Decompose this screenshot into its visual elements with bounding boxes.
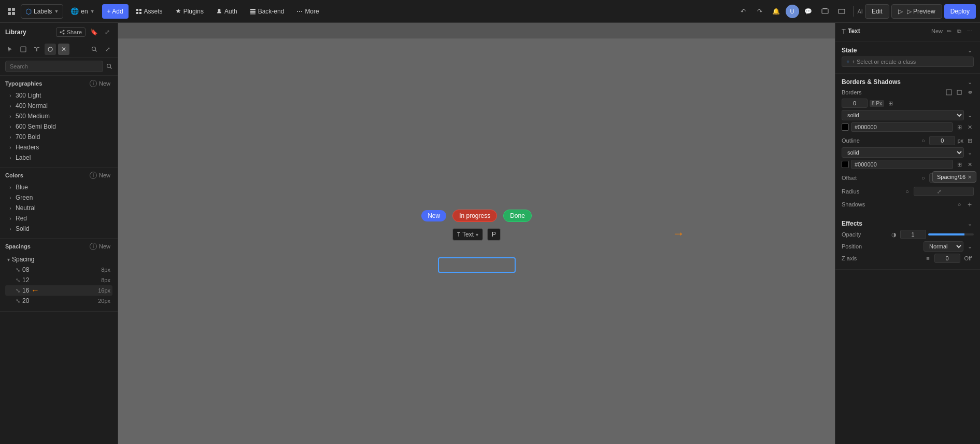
list-item[interactable]: › 300 Light [5,90,112,101]
opacity-slider[interactable] [928,233,974,235]
tool-type[interactable] [31,44,42,55]
expand-icon[interactable]: ⤢ [102,27,112,37]
position-select[interactable]: Normal Relative Absolute Fixed [924,241,963,252]
add-button[interactable]: + Add [102,4,129,19]
more-btn[interactable]: More [291,4,324,19]
project-dropdown[interactable]: ⬡ Labels ▼ [21,4,63,19]
tooltip-close-btn[interactable]: ✕ [968,174,972,180]
outline-color-swatch[interactable] [842,161,849,168]
devices-icon[interactable] [834,4,849,19]
list-item[interactable]: › Blue [5,182,112,192]
colors-new-btn[interactable]: New [97,172,112,179]
state-expand-icon[interactable]: ⌄ [965,46,974,54]
border-toggle-icon[interactable] [945,88,953,96]
edit-btn[interactable]: Edit [865,4,889,19]
outline-color-input[interactable]: #000000 [851,160,953,169]
share2-icon[interactable] [818,4,832,19]
canvas-area[interactable]: New In progress Done T Text ▾ P → [118,23,835,444]
list-item[interactable]: › 600 Semi Bold [5,121,112,132]
p-button[interactable]: P [487,228,501,241]
spacing-group-toggle[interactable]: ▾ Spacing [5,254,112,265]
effects-expand-icon[interactable]: ⌄ [965,219,974,228]
bell-icon[interactable]: 🔔 [769,4,784,19]
outline-link-icon[interactable]: ⊞ [965,136,974,145]
outline-color-del-icon[interactable]: ✕ [965,160,974,169]
colors-info-icon[interactable]: i [90,172,97,179]
list-item[interactable]: › Neutral [5,203,112,213]
tool-active[interactable] [45,44,56,55]
share-button[interactable]: Share [56,27,86,37]
list-item[interactable]: › Label [5,152,112,163]
list-item[interactable]: ⤡ 08 8px [5,265,112,275]
zaxis-icon[interactable]: ≡ [924,254,932,262]
bookmark-icon[interactable]: 🔖 [89,27,99,37]
borders-expand-icon[interactable]: ⌄ [965,78,974,86]
radius-toggle-icon[interactable]: ○ [903,187,912,196]
border-value-input[interactable]: 0 [842,99,868,108]
typo-info-icon[interactable]: i [90,80,97,87]
assets-btn[interactable]: Assets [131,4,168,19]
radius-expand-icon[interactable]: ⤢ [935,187,943,196]
outline-value-input[interactable]: 0 [929,136,955,145]
outline-toggle-icon[interactable]: ○ [919,136,927,145]
list-item[interactable]: › Headers [5,142,112,152]
list-item[interactable]: › Red [5,213,112,224]
border-link-icon[interactable] [965,88,974,96]
avatar[interactable]: U [786,5,799,18]
border-style-select[interactable]: solid dashed dotted [842,110,964,120]
zaxis-input[interactable]: 0 [934,254,960,263]
search-icon[interactable] [89,44,100,55]
blue-input-box[interactable] [438,257,516,273]
list-item[interactable]: ⤡ 20 20px [5,296,112,306]
border-square-icon[interactable] [955,88,963,96]
border-color-swatch[interactable] [842,123,849,131]
backend-btn[interactable]: Back-end [245,4,290,19]
status-new-badge[interactable]: New [421,210,446,221]
search-input[interactable] [5,61,103,72]
opacity-icon[interactable]: ◑ [890,230,898,239]
list-item[interactable]: › Solid [5,224,112,234]
text-button[interactable]: T Text ▾ [452,228,483,241]
shadows-toggle-icon[interactable]: ○ [955,200,963,209]
status-progress-badge[interactable]: In progress [452,210,497,222]
list-item[interactable]: › 400 Normal [5,101,112,111]
status-done-badge[interactable]: Done [503,210,532,222]
plugins-btn[interactable]: Plugins [170,4,209,19]
auth-btn[interactable]: Auth [211,4,243,19]
list-item[interactable]: › Green [5,192,112,203]
grid-icon[interactable] [4,4,19,19]
preview-btn[interactable]: ▷ ▷ Preview [891,4,942,19]
spacings-new-btn[interactable]: New [97,243,112,250]
more-vert-icon[interactable]: ⋯ [965,27,974,35]
deploy-btn[interactable]: Deploy [944,4,976,19]
copy-icon[interactable]: ⧉ [955,27,963,35]
lang-btn[interactable]: 🌐 en ▼ [65,4,100,19]
border-color-input[interactable]: #000000 [851,122,953,132]
pencil-icon[interactable]: ✏ [945,27,953,35]
border-color-del-icon[interactable]: ✕ [965,123,974,131]
outline-color-copy-icon[interactable]: ⊞ [955,160,963,169]
list-item[interactable]: › 500 Medium [5,111,112,121]
list-item[interactable]: ⤡ 16 ← 16px [5,285,112,296]
shadows-add-btn[interactable]: + [965,200,974,209]
opacity-input[interactable]: 1 [900,230,926,239]
outline-style-select[interactable]: solid dashed dotted [842,147,964,158]
radius-value-input[interactable] [914,187,935,196]
offset-toggle-icon[interactable]: ○ [919,174,927,182]
list-item[interactable]: › 700 Bold [5,132,112,142]
select-create-class-btn[interactable]: + + Select or create a class [842,57,974,67]
border-color-copy-icon[interactable]: ⊞ [955,123,963,131]
tool-select[interactable] [4,44,16,55]
fullscreen-icon[interactable]: ⤢ [102,44,113,55]
spacings-info-icon[interactable]: i [90,243,97,250]
redo-icon[interactable]: ↷ [752,4,767,19]
undo-icon[interactable]: ↶ [736,4,750,19]
list-item[interactable]: ⤡ 12 8px [5,275,112,285]
border-val-icon[interactable]: ⊞ [886,99,894,107]
tool-close[interactable]: ✕ [58,44,69,55]
position-expand-icon[interactable]: ⌄ [965,242,974,251]
typographies-new-btn[interactable]: New [97,80,112,87]
outline-style-expand[interactable]: ⌄ [966,148,974,157]
border-style-expand[interactable]: ⌄ [966,111,974,119]
text-new-btn[interactable]: New [931,28,943,34]
